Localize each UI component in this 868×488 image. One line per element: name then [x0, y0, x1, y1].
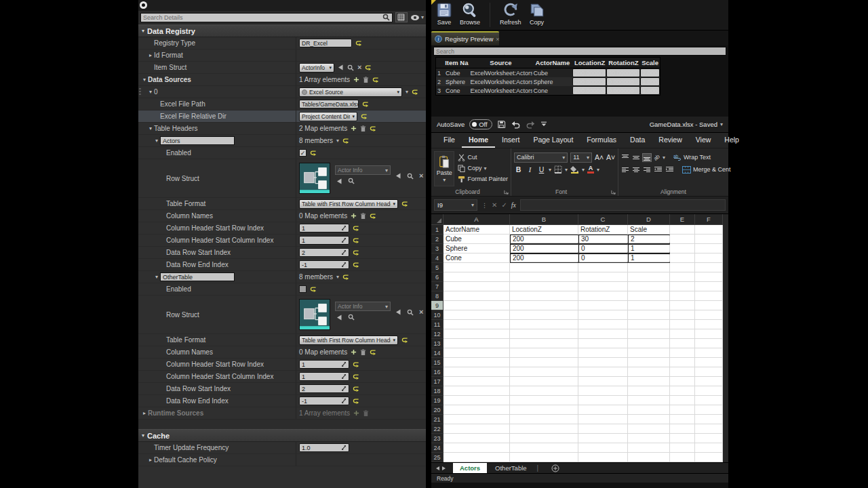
plus-icon[interactable]: [353, 410, 359, 416]
cell-C22[interactable]: [578, 424, 628, 434]
property-row[interactable]: Column Header Start Column Index1: [138, 235, 426, 247]
property-row[interactable]: Registry TypeDR_Excel: [138, 37, 426, 49]
font-family-select[interactable]: Calibri ▾: [514, 152, 568, 163]
cell-B14[interactable]: [510, 348, 578, 358]
row-header-22[interactable]: 22: [431, 424, 443, 434]
refresh-button[interactable]: Refresh: [500, 1, 521, 26]
underline-button[interactable]: U: [537, 165, 546, 174]
cell-D19[interactable]: [628, 396, 670, 405]
cell-C1[interactable]: RotationZ: [578, 225, 628, 235]
row-header-2[interactable]: 2: [431, 235, 443, 244]
back-icon[interactable]: [338, 64, 344, 70]
cell-D6[interactable]: [628, 272, 670, 282]
cell-A13[interactable]: [443, 339, 510, 348]
property-row[interactable]: ▾Actors8 members▾: [138, 135, 426, 147]
row-header-8[interactable]: 8: [431, 291, 443, 301]
cell-E9[interactable]: [670, 301, 695, 310]
cell-A3[interactable]: Sphere: [443, 244, 510, 253]
cell-D24[interactable]: [628, 443, 670, 453]
cell-D7[interactable]: [628, 282, 670, 291]
cell-D9[interactable]: [628, 301, 670, 310]
cell-C19[interactable]: [578, 396, 628, 405]
cell-A12[interactable]: [443, 329, 510, 339]
undo-icon[interactable]: [511, 121, 521, 129]
cell-F25[interactable]: [695, 453, 723, 462]
cell-A15[interactable]: [443, 358, 510, 367]
cell-B22[interactable]: [510, 424, 578, 434]
column-header[interactable]: Item Na: [444, 58, 469, 68]
property-row[interactable]: Data Row End Index-1: [138, 259, 426, 271]
property-row[interactable]: Enabled✓: [138, 147, 426, 159]
chevron-down-icon[interactable]: ▾: [565, 167, 568, 173]
revert-icon[interactable]: [310, 286, 317, 293]
revert-icon[interactable]: [310, 150, 317, 157]
cell-D5[interactable]: [628, 263, 670, 272]
category-header[interactable]: ▾Cache: [138, 429, 426, 442]
cell-B23[interactable]: [510, 434, 578, 443]
cell-B1[interactable]: LocationZ: [510, 225, 578, 235]
cell-B11[interactable]: [510, 320, 578, 329]
align-left-icon[interactable]: [621, 166, 629, 174]
property-row[interactable]: Data Row End Index-1: [138, 395, 426, 407]
cell-B2[interactable]: 200: [510, 235, 578, 243]
cell-A9[interactable]: [443, 301, 510, 310]
row-header-17[interactable]: 17: [431, 377, 443, 386]
cell-B8[interactable]: [510, 291, 578, 301]
enter-icon[interactable]: ✓: [501, 201, 507, 209]
cell-A1[interactable]: ActorName: [443, 225, 510, 235]
dialog-launcher-icon[interactable]: [611, 190, 616, 195]
struct-dropdown[interactable]: Actor Info▾: [335, 302, 391, 311]
cell-F18[interactable]: [695, 386, 723, 396]
plus-icon[interactable]: [353, 77, 359, 83]
spinner-icon[interactable]: [341, 386, 347, 392]
paste-button[interactable]: Paste ▾: [434, 151, 454, 186]
cell-A11[interactable]: [443, 320, 510, 329]
menu-tab-home[interactable]: Home: [462, 133, 495, 148]
spinner-icon[interactable]: [341, 373, 347, 380]
chevron-down-icon[interactable]: ▾: [582, 167, 585, 173]
dropdown[interactable]: Table with First Row Column Header▾: [299, 336, 398, 345]
number-field[interactable]: 1: [299, 236, 349, 245]
align-right-icon[interactable]: [643, 166, 651, 174]
save-button[interactable]: Save: [435, 1, 453, 26]
back-icon[interactable]: [395, 309, 401, 315]
property-row[interactable]: Column Header Start Row Index1: [138, 359, 426, 371]
expander-down-icon[interactable]: ▾: [141, 77, 148, 83]
property-row[interactable]: Row StructActor Info▾×: [138, 159, 426, 198]
map-key-field[interactable]: Actors: [160, 136, 235, 145]
cell-D12[interactable]: [628, 329, 670, 339]
property-row[interactable]: ▾Table Headers2 Map elements: [138, 123, 426, 135]
display-filter-button[interactable]: ▾: [410, 14, 424, 21]
column-header-D[interactable]: D: [628, 214, 670, 225]
caret-down-icon[interactable]: ▾: [406, 89, 408, 95]
revert-icon[interactable]: [362, 101, 369, 108]
revert-icon[interactable]: [353, 249, 359, 256]
struct-thumbnail-icon[interactable]: [299, 299, 330, 330]
cut-button[interactable]: Cut: [458, 152, 508, 162]
property-row[interactable]: ▸Default Cache Policy: [138, 454, 426, 466]
expander-right-icon[interactable]: ▸: [147, 52, 154, 58]
row-header-14[interactable]: 14: [431, 348, 443, 358]
align-bottom-icon[interactable]: [643, 154, 651, 161]
cell-D14[interactable]: [628, 348, 670, 358]
row-header-13[interactable]: 13: [431, 339, 443, 348]
revert-icon[interactable]: [353, 262, 359, 268]
menu-tab-help[interactable]: Help: [717, 133, 746, 148]
row-header-18[interactable]: 18: [431, 386, 443, 396]
cell-F11[interactable]: [695, 320, 723, 329]
borders-icon[interactable]: [554, 165, 562, 174]
cell-D8[interactable]: [628, 291, 670, 301]
revert-icon[interactable]: [353, 237, 359, 244]
expander-down-icon[interactable]: ▾: [147, 89, 154, 95]
search-icon[interactable]: [348, 314, 355, 321]
cell-F2[interactable]: [695, 235, 723, 244]
checkbox[interactable]: ✓: [299, 149, 307, 157]
row-header-1[interactable]: 1: [431, 225, 443, 235]
formula-input[interactable]: [520, 199, 726, 211]
select-all-corner[interactable]: [431, 214, 443, 225]
row-header-6[interactable]: 6: [431, 272, 443, 282]
align-middle-icon[interactable]: [632, 154, 640, 161]
number-field[interactable]: 1: [299, 372, 349, 381]
cell-E19[interactable]: [670, 396, 695, 405]
expander-down-icon[interactable]: ▾: [153, 138, 160, 144]
